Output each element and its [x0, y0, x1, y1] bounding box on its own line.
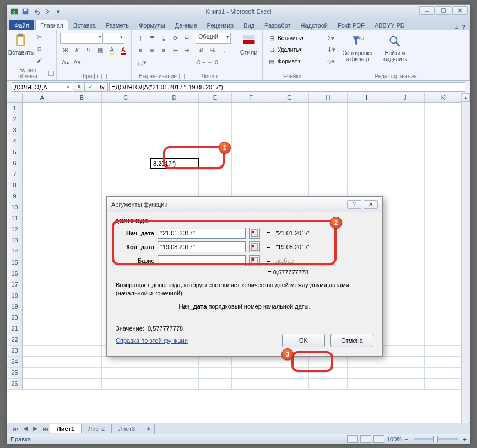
increase-indent-icon[interactable]: ⇥: [181, 45, 192, 56]
row-header-16[interactable]: 16: [7, 268, 23, 279]
row-header-26[interactable]: 26: [7, 379, 23, 390]
tab-developer[interactable]: Разработ: [259, 20, 295, 30]
cell-H1[interactable]: [309, 103, 348, 114]
decrease-decimal-icon[interactable]: ←.0: [207, 57, 218, 68]
cell-A18[interactable]: [23, 290, 62, 301]
cell-J1[interactable]: [386, 103, 425, 114]
cell-J24[interactable]: [386, 357, 425, 368]
cell-H6[interactable]: [309, 158, 348, 169]
cell-J10[interactable]: [386, 202, 425, 213]
help-icon[interactable]: ?: [462, 24, 465, 30]
cell-F2[interactable]: [232, 114, 270, 125]
increase-decimal-icon[interactable]: .0→: [196, 57, 207, 68]
formula-cancel-button[interactable]: ✕: [73, 82, 85, 92]
sheet-nav-last[interactable]: ⏭: [40, 424, 50, 433]
cell-K19[interactable]: [425, 301, 462, 312]
cell-C4[interactable]: [102, 136, 150, 147]
increase-font-icon[interactable]: A▴: [60, 57, 71, 68]
cell-B24[interactable]: [62, 357, 102, 368]
cell-J26[interactable]: [386, 379, 425, 390]
zoom-out-button[interactable]: −: [404, 436, 408, 442]
clipboard-launcher[interactable]: [48, 71, 54, 76]
tab-file[interactable]: Файл: [9, 20, 34, 30]
cell-K16[interactable]: [425, 268, 462, 279]
cell-K6[interactable]: [425, 158, 462, 169]
cell-K25[interactable]: [425, 368, 462, 379]
find-select-button[interactable]: Найти и выделить: [378, 33, 411, 63]
cell-G5[interactable]: [270, 147, 309, 158]
cell-B16[interactable]: [62, 268, 102, 279]
save-icon[interactable]: [20, 7, 30, 17]
cell-A14[interactable]: [23, 246, 62, 257]
zoom-slider[interactable]: [414, 438, 458, 440]
cell-J8[interactable]: [386, 180, 425, 191]
cell-B13[interactable]: [62, 235, 102, 246]
cell-F25[interactable]: [232, 368, 270, 379]
cell-K2[interactable]: [425, 114, 462, 125]
cell-A4[interactable]: [23, 136, 62, 147]
cell-A22[interactable]: [23, 334, 62, 346]
undo-icon[interactable]: [31, 7, 41, 17]
cell-H5[interactable]: [309, 147, 348, 158]
row-header-8[interactable]: 8: [7, 180, 23, 191]
cell-C3[interactable]: [102, 125, 150, 136]
cell-J19[interactable]: [386, 301, 425, 312]
cell-B14[interactable]: [62, 246, 102, 257]
tab-abbyy[interactable]: ABBYY PD: [370, 20, 410, 30]
cell-B26[interactable]: [62, 379, 102, 390]
cell-B22[interactable]: [62, 334, 102, 346]
column-header-C[interactable]: C: [102, 93, 150, 102]
row-header-1[interactable]: 1: [7, 103, 23, 114]
cell-K3[interactable]: [425, 125, 462, 136]
row-header-6[interactable]: 6: [7, 158, 23, 169]
cell-I4[interactable]: [348, 136, 386, 147]
column-header-E[interactable]: E: [199, 93, 232, 102]
styles-button[interactable]: Стили: [237, 31, 260, 57]
align-center-icon[interactable]: ≡: [147, 45, 158, 56]
cell-F6[interactable]: [232, 158, 270, 169]
vertical-scrollbar[interactable]: ▴ ▾: [461, 93, 470, 430]
cell-I26[interactable]: [348, 379, 386, 390]
tab-foxit[interactable]: Foxit PDF: [333, 20, 370, 30]
font-name-combo[interactable]: [60, 33, 103, 44]
tab-layout[interactable]: Разметь: [101, 20, 134, 30]
cell-A12[interactable]: [23, 224, 62, 235]
delete-cells-button[interactable]: Удалить: [278, 47, 299, 53]
cell-F26[interactable]: [232, 379, 270, 390]
row-header-11[interactable]: 11: [7, 213, 23, 224]
row-header-14[interactable]: 14: [7, 246, 23, 257]
cell-A7[interactable]: [23, 169, 62, 180]
tab-view[interactable]: Вид: [238, 20, 259, 30]
row-header-18[interactable]: 18: [7, 290, 23, 301]
cell-K20[interactable]: [425, 312, 462, 323]
row-header-2[interactable]: 2: [7, 114, 23, 125]
cell-B7[interactable]: [62, 169, 102, 180]
cell-E3[interactable]: [199, 125, 232, 136]
cell-F24[interactable]: [232, 357, 270, 368]
fx-button[interactable]: fx: [96, 82, 108, 92]
cell-A10[interactable]: [23, 202, 62, 213]
row-header-22[interactable]: 22: [7, 334, 23, 346]
cell-B17[interactable]: [62, 279, 102, 290]
cell-B8[interactable]: [62, 180, 102, 191]
minimize-button[interactable]: [419, 6, 435, 15]
cell-K13[interactable]: [425, 235, 462, 246]
cell-D7[interactable]: [150, 169, 199, 180]
arg-input-2[interactable]: [158, 255, 246, 266]
view-pagebreak-button[interactable]: [373, 435, 384, 443]
cell-K12[interactable]: [425, 224, 462, 235]
dialog-help-button[interactable]: ?: [347, 200, 361, 209]
cell-A2[interactable]: [23, 114, 62, 125]
column-header-D[interactable]: D: [150, 93, 199, 102]
cell-B1[interactable]: [62, 103, 102, 114]
cell-F3[interactable]: [232, 125, 270, 136]
column-header-I[interactable]: I: [348, 93, 386, 102]
dialog-help-link[interactable]: Справка по этой функции: [116, 337, 188, 344]
sheet-tab-2[interactable]: Лист2: [81, 424, 112, 433]
align-top-icon[interactable]: ⭱: [135, 33, 146, 44]
column-header-B[interactable]: B: [62, 93, 102, 102]
cell-G26[interactable]: [270, 379, 309, 390]
cell-J25[interactable]: [386, 368, 425, 379]
cell-J12[interactable]: [386, 224, 425, 235]
copy-icon[interactable]: ⧉: [34, 43, 45, 54]
